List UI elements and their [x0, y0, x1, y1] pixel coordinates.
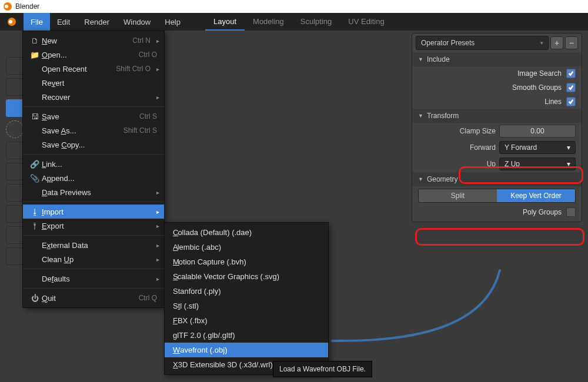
top-bar: File Edit Render Window Help Layout Mode… — [0, 13, 588, 31]
label-up: Up — [487, 160, 496, 168]
tooltip: Load a Wavefront OBJ File. — [273, 361, 372, 377]
menu-recover[interactable]: Recover▸ — [23, 90, 164, 104]
triangle-down-icon: ▼ — [418, 176, 423, 182]
triangle-down-icon: ▼ — [418, 56, 423, 62]
check-smooth-groups[interactable] — [566, 83, 576, 92]
label-forward: Forward — [470, 143, 496, 152]
import-submenu: Collada (Default) (.dae) Alembic (.abc) … — [164, 222, 329, 375]
power-icon: ⏻ — [28, 294, 42, 303]
import-alembic[interactable]: Alembic (.abc) — [165, 240, 328, 254]
chevron-down-icon: ▾ — [567, 143, 570, 152]
import-gltf[interactable]: glTF 2.0 (.glb/.gltf) — [165, 328, 328, 343]
menu-append[interactable]: 📎Append... — [23, 171, 164, 185]
blender-logo-icon — [4, 2, 12, 11]
menu-external-data[interactable]: External Data▸ — [23, 238, 164, 252]
menu-window[interactable]: Window — [116, 13, 158, 31]
import-wavefront-obj[interactable]: Wavefront (.obj) — [165, 343, 328, 357]
menu-defaults[interactable]: Defaults▸ — [23, 272, 164, 286]
tool-measure[interactable] — [6, 247, 24, 265]
check-poly-groups[interactable] — [566, 207, 576, 217]
import-bvh[interactable]: Motion Capture (.bvh) — [165, 254, 328, 269]
tool-shelf — [6, 57, 24, 269]
file-menu-dropdown: 🗋 NNewew Ctrl N▸ 📁 Open... Ctrl O Open R… — [22, 31, 165, 308]
import-collada[interactable]: Collada (Default) (.dae) — [165, 225, 328, 240]
input-clamp-size[interactable]: 0.00 — [499, 125, 576, 138]
label-smooth-groups: Smooth Groups — [512, 83, 562, 92]
menu-save[interactable]: 🖫SaveCtrl S — [23, 109, 164, 123]
menu-link[interactable]: 🔗Link... — [23, 157, 164, 171]
section-transform[interactable]: ▼Transform — [412, 109, 582, 123]
tool-select-active[interactable] — [6, 99, 24, 117]
window-title: Blender — [15, 2, 39, 11]
label-clamp-size: Clamp Size — [460, 127, 496, 135]
workspace-modeling[interactable]: Modeling — [245, 13, 292, 31]
import-svg[interactable]: Scalable Vector Graphics (.svg) — [165, 269, 328, 284]
chevron-down-icon: ▾ — [540, 40, 543, 46]
preset-remove-button[interactable]: − — [565, 36, 578, 49]
label-image-search: Image Search — [517, 69, 562, 78]
select-forward-axis[interactable]: Y Forward▾ — [499, 141, 576, 154]
tool-cursor[interactable] — [6, 78, 24, 96]
menu-revert[interactable]: Revert — [23, 76, 164, 90]
tool-rotate[interactable] — [6, 163, 24, 180]
file-new-icon: 🗋 — [28, 36, 42, 45]
operator-presets-label: Operator Presets — [421, 39, 475, 47]
check-image-search[interactable] — [566, 69, 576, 78]
workspace-sculpting[interactable]: Sculpting — [292, 13, 340, 31]
select-up-axis[interactable]: Z Up▾ — [499, 158, 576, 170]
export-icon: ⭱ — [28, 222, 42, 230]
import-ply[interactable]: Stanford (.ply) — [165, 284, 328, 299]
menu-new[interactable]: 🗋 NNewew Ctrl N▸ — [23, 33, 164, 48]
menu-import[interactable]: ⭳Import▸ — [23, 205, 164, 219]
import-icon: ⭳ — [28, 207, 42, 216]
menu-save-as[interactable]: Save As...Shift Ctrl S — [23, 123, 164, 138]
menu-clean-up[interactable]: Clean Up▸ — [23, 252, 164, 266]
menu-render[interactable]: Render — [77, 13, 116, 31]
tool-scale[interactable] — [6, 184, 24, 202]
menu-quit[interactable]: ⏻QuitCtrl Q — [23, 291, 164, 305]
tool-transform[interactable] — [6, 205, 24, 223]
menu-file[interactable]: File — [24, 13, 50, 31]
link-icon: 🔗 — [28, 160, 42, 169]
menu-edit[interactable]: Edit — [50, 13, 77, 31]
preset-add-button[interactable]: + — [550, 36, 563, 49]
label-lines: Lines — [544, 98, 562, 106]
tool-circle[interactable] — [6, 120, 24, 138]
menu-open-recent[interactable]: Open Recent Shift Ctrl O▸ — [23, 62, 164, 76]
folder-icon: 📁 — [28, 51, 42, 59]
toggle-split[interactable]: Split — [419, 189, 497, 202]
menu-data-previews[interactable]: Data Previews▸ — [23, 185, 164, 199]
operator-panel: Operator Presets ▾ + − ▼Include Image Se… — [412, 33, 582, 222]
workspace-uvediting[interactable]: UV Editing — [340, 13, 392, 31]
tool-move[interactable] — [6, 142, 24, 159]
app-icon[interactable] — [0, 13, 24, 31]
geometry-mode-toggle: Split Keep Vert Order — [418, 189, 576, 203]
menu-help[interactable]: Help — [158, 13, 188, 31]
label-poly-groups: Poly Groups — [523, 208, 562, 216]
menu-save-copy[interactable]: Save Copy... — [23, 138, 164, 152]
import-fbx[interactable]: FBX (.fbx) — [165, 313, 328, 328]
section-geometry[interactable]: ▼Geometry — [412, 172, 582, 186]
toggle-keep-vert-order[interactable]: Keep Vert Order — [497, 189, 575, 202]
operator-presets-dropdown[interactable]: Operator Presets ▾ — [416, 36, 549, 50]
save-icon: 🖫 — [28, 112, 42, 121]
section-include[interactable]: ▼Include — [412, 52, 582, 66]
workspace-layout[interactable]: Layout — [205, 13, 245, 31]
menu-export[interactable]: ⭱Export▸ — [23, 219, 164, 233]
triangle-down-icon: ▼ — [418, 113, 423, 119]
menu-open[interactable]: 📁 Open... Ctrl O — [23, 48, 164, 62]
import-stl[interactable]: Stl (.stl) — [165, 299, 328, 313]
tool-select-box[interactable] — [6, 57, 24, 75]
chevron-down-icon: ▾ — [567, 160, 570, 168]
append-icon: 📎 — [28, 174, 42, 183]
check-lines[interactable] — [566, 97, 576, 106]
tool-annotate[interactable] — [6, 226, 24, 244]
